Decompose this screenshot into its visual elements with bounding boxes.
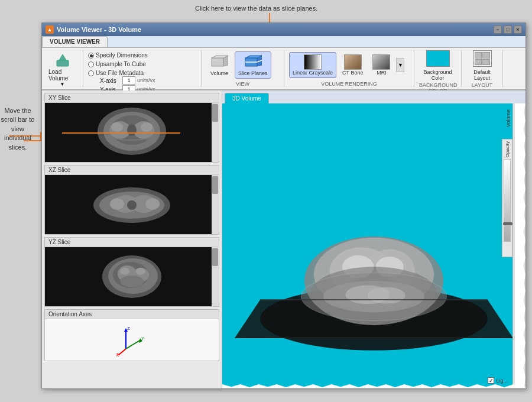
- ribbon-tab-volume-viewer[interactable]: VOLUME VIEWER: [42, 36, 108, 47]
- specify-dimensions-radio-row: Specify Dimensions: [88, 52, 148, 59]
- linear-grayscale-button[interactable]: Linear Grayscale: [289, 52, 336, 78]
- slice-planes-icon: [244, 54, 262, 70]
- light-label: Lig...: [496, 378, 508, 384]
- svg-point-36: [145, 198, 160, 210]
- svg-text:X: X: [116, 352, 119, 358]
- layout-section: Default Layout LAYOUT: [462, 50, 503, 87]
- yz-slice-view: [45, 247, 219, 306]
- volume-button-label: Volume: [210, 70, 228, 76]
- xaxis-unit: units/vx: [137, 77, 155, 83]
- mri-button[interactable]: MRI: [369, 52, 394, 78]
- upsample-cube-radio[interactable]: [88, 61, 94, 67]
- right-panel: 3D Volume: [222, 90, 525, 388]
- maximize-button[interactable]: □: [504, 25, 512, 34]
- left-panel: XY Slice: [42, 90, 222, 388]
- orientation-title: Orientation Axes: [45, 310, 219, 319]
- xz-scrollbar[interactable]: [212, 175, 219, 234]
- xy-slice-title: XY Slice: [45, 93, 219, 103]
- yz-slice-panel: YZ Slice: [44, 237, 219, 307]
- svg-text:Y: Y: [141, 336, 145, 341]
- window-icon: ▲: [46, 25, 54, 34]
- xz-slice-panel: XZ Slice: [44, 165, 219, 235]
- xz-scrollbar-thumb[interactable]: [212, 176, 218, 194]
- upsample-cube-radio-row: Upsample To Cube: [88, 61, 146, 67]
- svg-point-44: [120, 275, 144, 287]
- slice-planes-button[interactable]: Slice Planes: [235, 51, 271, 79]
- xz-slice-title: XZ Slice: [45, 166, 219, 175]
- yz-scrollbar[interactable]: [212, 247, 219, 306]
- xaxis-row: X-axis units/vx: [100, 76, 155, 85]
- svg-marker-12: [59, 54, 66, 60]
- use-file-metadata-label: Use File Metadata: [96, 70, 144, 76]
- opacity-slider[interactable]: [504, 159, 511, 242]
- load-volume-label: Load Volume: [48, 69, 76, 82]
- layout-cell-4: [482, 59, 490, 66]
- load-volume-icon: [54, 52, 71, 69]
- view-section: Volume Slice Planes: [202, 50, 284, 87]
- file-section: Load Volume ▼ FILE: [42, 50, 83, 87]
- linear-grayscale-icon: [304, 54, 322, 70]
- background-color-swatch[interactable]: [426, 50, 450, 67]
- xy-slice-panel: XY Slice: [44, 93, 219, 163]
- svg-line-53: [119, 349, 126, 355]
- svg-point-29: [141, 122, 153, 132]
- orientation-view: Z Y X: [45, 319, 219, 361]
- view-tab-bar: 3D Volume: [222, 90, 525, 103]
- layout-cell-2: [482, 52, 490, 59]
- volume-sidebar-label: Volume: [505, 109, 511, 127]
- volume-view-button[interactable]: Volume: [206, 51, 232, 79]
- light-checkbox[interactable]: [488, 377, 494, 384]
- opacity-label: Opacity: [505, 141, 510, 157]
- xaxis-input[interactable]: [122, 76, 135, 85]
- ribbon-tabs: VOLUME VIEWER: [42, 36, 525, 48]
- close-button[interactable]: ×: [514, 25, 522, 34]
- volume-icon: [210, 54, 229, 70]
- svg-rect-11: [57, 60, 69, 66]
- opacity-thumb[interactable]: [503, 222, 512, 225]
- main-window: ▲ Volume Viewer - 3D Volume − □ × VOLUME…: [41, 22, 526, 389]
- bg-color-section: Background Color BACKGROUND COLOR: [414, 50, 462, 87]
- svg-point-35: [110, 198, 124, 210]
- volrender-dropdown[interactable]: ▼: [396, 58, 404, 72]
- svg-point-45: [120, 268, 129, 275]
- orientation-panel: Orientation Axes Z Y X: [44, 309, 219, 361]
- title-bar: ▲ Volume Viewer - 3D Volume − □ ×: [42, 23, 525, 36]
- specify-dimensions-radio[interactable]: [88, 53, 94, 59]
- 3d-volume-tab[interactable]: 3D Volume: [225, 93, 269, 103]
- load-volume-dropdown[interactable]: ▼: [60, 82, 65, 87]
- layout-label: Default Layout: [466, 69, 498, 81]
- bg-color-label: Background Color: [419, 69, 456, 81]
- mri-icon: [372, 54, 390, 70]
- svg-point-28: [111, 122, 123, 132]
- specify-dimensions-label: Specify Dimensions: [96, 52, 148, 59]
- minimize-button[interactable]: −: [494, 25, 502, 34]
- xaxis-label: X-axis: [100, 77, 121, 84]
- slice-planes-label: Slice Planes: [238, 70, 268, 76]
- volrender-section-label: VOLUME RENDERING: [289, 81, 409, 87]
- xy-scrollbar-thumb[interactable]: [212, 104, 218, 122]
- svg-text:Z: Z: [127, 326, 130, 331]
- xy-scrollbar[interactable]: [212, 103, 219, 162]
- load-volume-button[interactable]: Load Volume ▼: [47, 50, 78, 89]
- ribbon-toolbar: Load Volume ▼ FILE Specify Dimensions Up…: [42, 48, 525, 90]
- window-controls: − □ ×: [494, 25, 522, 34]
- xz-slice-image: [85, 177, 179, 233]
- ct-bone-icon: [344, 54, 362, 70]
- view-section-label: VIEW: [206, 81, 279, 87]
- ct-bone-button[interactable]: CT Bone: [339, 52, 366, 78]
- spatial-section: Specify Dimensions Upsample To Cube Use …: [83, 50, 202, 87]
- window-title: Volume Viewer - 3D Volume: [57, 26, 141, 33]
- layout-cell-3: [475, 59, 482, 66]
- opacity-panel: Opacity: [502, 139, 512, 257]
- main-content: XY Slice: [42, 90, 525, 388]
- svg-point-70: [368, 287, 406, 304]
- axes-svg: Z Y X: [114, 322, 150, 358]
- volrender-section: Linear Grayscale CT Bone MRI ▼ VOLUME RE…: [284, 50, 414, 87]
- left-annotation: Move the scroll bar to view individual s…: [0, 106, 35, 152]
- use-file-metadata-radio[interactable]: [88, 70, 94, 76]
- upsample-cube-label: Upsample To Cube: [96, 61, 146, 67]
- top-annotation: Click here to view the data as slice pla…: [195, 5, 317, 12]
- light-checkbox-row: Lig...: [488, 377, 508, 384]
- yz-scrollbar-thumb[interactable]: [212, 248, 218, 266]
- svg-rect-13: [212, 58, 223, 66]
